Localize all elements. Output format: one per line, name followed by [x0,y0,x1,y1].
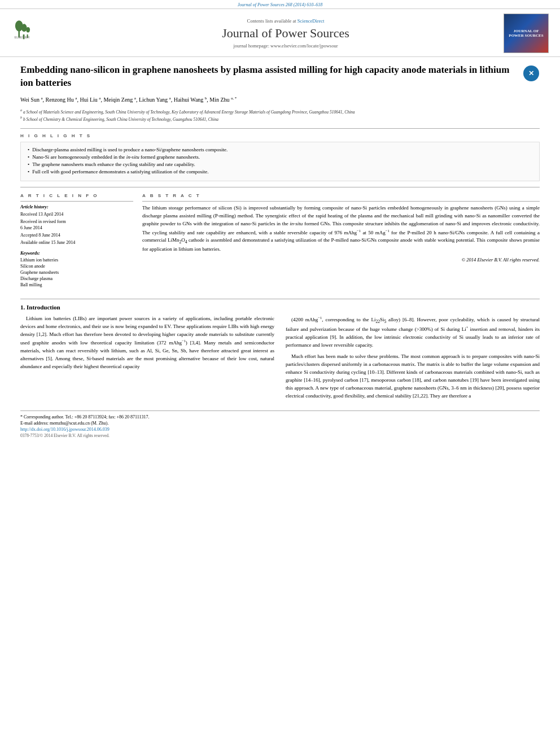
journal-ref-text: Journal of Power Sources 268 (2014) 610–… [238,2,322,7]
highlights-heading: H I G H L I G H T S [20,133,540,138]
authors-text: Wei Sun a, Renzong Hu a, Hui Liu a, Meiq… [20,97,237,103]
highlight-text-4: Full cell with good performance demonstr… [32,169,208,174]
sciencedirect-line: Contents lists available at ScienceDirec… [85,18,487,24]
footnote-issn: 0378-7753/© 2014 Elsevier B.V. All right… [20,433,540,438]
title-row: Embedding nano-silicon in graphene nanos… [20,64,540,95]
intro-body: Lithium ion batteries (LIBs) are importa… [20,315,540,404]
abstract-divider [142,201,540,202]
affiliation-a: a a School of Materials Science and Engi… [20,108,540,115]
intro-col1: Lithium ion batteries (LIBs) are importa… [20,315,274,404]
keyword-1: Lithium ion batteries [20,257,133,263]
article-info-section: A R T I C L E I N F O Article history: R… [20,193,133,287]
crossmark-icon: ✕ [523,65,539,81]
crossmark-badge[interactable]: ✕ [523,65,540,82]
header-section: ELSEVIER Contents lists available at Sci… [0,8,560,57]
abstract-section: A B S T R A C T The lithium storage perf… [142,193,540,263]
intro-heading: 1. Introduction [20,299,540,311]
abstract-heading: A B S T R A C T [142,193,540,198]
article-info-heading: A R T I C L E I N F O [20,193,133,198]
journal-ref-bar: Journal of Power Sources 268 (2014) 610–… [0,0,560,8]
footnote-email: E-mail address: memzhu@scut.edu.cn (M. Z… [20,421,540,426]
page-footer: * Corresponding author. Tel.: +86 20 871… [20,410,540,440]
copyright-text: © 2014 Elsevier B.V. All rights reserved… [142,257,540,263]
info-divider [20,201,133,202]
header-center: Contents lists available at ScienceDirec… [79,18,492,49]
bullet-icon: • [28,161,29,167]
sciencedirect-prefix: Contents lists available at [247,18,296,24]
article-title: Embedding nano-silicon in graphene nanos… [20,64,517,90]
highlight-text-2: Nano-Si are homogeneously embedded in th… [32,154,200,160]
intro-title: Introduction [27,304,60,311]
highlights-section: H I G H L I G H T S • Discharge-plasma a… [20,133,540,181]
highlight-text-3: The graphene nanosheets much enhance the… [32,161,195,167]
svg-text:ELSEVIER: ELSEVIER [14,35,29,38]
keyword-3: Graphene nanosheets [20,270,133,275]
journal-homepage: journal homepage: www.elsevier.com/locat… [85,43,487,49]
introduction-section: 1. Introduction Lithium ion batteries (L… [20,299,540,404]
svg-point-3 [26,27,30,32]
history-online: Available online 15 June 2014 [20,239,133,246]
journal-title-header: Journal of Power Sources [85,26,487,41]
affiliations: a a School of Materials Science and Engi… [20,108,540,123]
sciencedirect-link[interactable]: ScienceDirect [298,18,325,24]
keywords-label: Keywords: [20,251,133,256]
intro-col2: (4200 mAhg−1, corresponding to the Li22S… [286,315,540,404]
article-info-column: A R T I C L E I N F O Article history: R… [20,193,133,293]
abstract-text: The lithium storage performance of silic… [142,204,540,254]
highlights-box: • Discharge-plasma assisted milling is u… [20,142,540,181]
intro-para-2: (4200 mAhg−1, corresponding to the Li22S… [286,315,540,350]
highlight-item-4: • Full cell with good performance demons… [28,169,532,174]
keyword-2: Silicon anode [20,264,133,269]
bullet-icon: • [28,147,29,152]
divider-2 [20,187,540,187]
history-received: Received 13 April 2014 [20,211,133,217]
svg-point-2 [21,24,27,32]
affiliation-b: b b School of Chemistry & Chemical Engin… [20,115,540,123]
history-revised: Received in revised form6 June 2014 [20,219,133,231]
highlight-item-2: • Nano-Si are homogeneously embedded in … [28,154,532,160]
authors-line: Wei Sun a, Renzong Hu a, Hui Liu a, Meiq… [20,95,540,104]
content-area: Embedding nano-silicon in graphene nanos… [0,57,560,410]
intro-para-3: Much effort has been made to solve these… [286,353,540,400]
intro-number: 1. [20,304,25,311]
elsevier-logo: ELSEVIER [11,18,68,49]
intro-para-1: Lithium ion batteries (LIBs) are importa… [20,315,274,372]
highlight-item-3: • The graphene nanosheets much enhance t… [28,161,532,167]
footnote-star: * Corresponding author. Tel.: +86 20 871… [20,414,540,420]
keyword-5: Ball milling [20,282,133,287]
cover-text: JOURNAL OF POWER SOURCES [506,29,546,38]
footnote-doi[interactable]: http://dx.doi.org/10.1016/j.jpowsour.201… [20,427,540,432]
abstract-column: A B S T R A C T The lithium storage perf… [142,193,540,293]
page-wrapper: Journal of Power Sources 268 (2014) 610–… [0,0,560,440]
divider-1 [20,128,540,129]
bullet-icon: • [28,169,29,174]
history-accepted: Accepted 8 June 2014 [20,232,133,238]
history-label: Article history: [20,204,133,209]
keyword-4: Discharge plasma [20,276,133,281]
highlight-item-1: • Discharge-plasma assisted milling is u… [28,147,532,152]
elsevier-tree-icon: ELSEVIER [11,18,56,40]
highlight-text-1: Discharge-plasma assisted milling is use… [32,147,228,152]
header-left: ELSEVIER [11,18,79,49]
journal-cover-image: JOURNAL OF POWER SOURCES [504,14,549,53]
bullet-icon: • [28,154,29,160]
header-right: JOURNAL OF POWER SOURCES [492,14,549,53]
article-info-abstract-row: A R T I C L E I N F O Article history: R… [20,193,540,293]
